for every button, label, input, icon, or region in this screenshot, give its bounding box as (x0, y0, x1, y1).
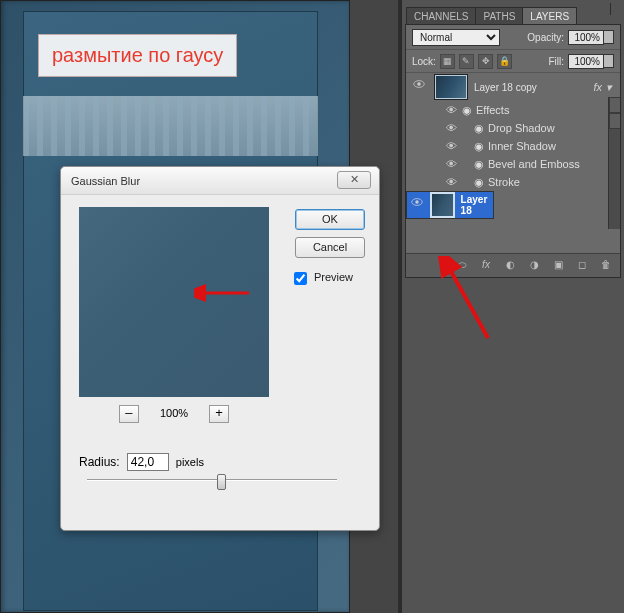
radius-slider[interactable] (87, 479, 337, 481)
slider-thumb[interactable] (217, 474, 226, 490)
effect-inner-shadow[interactable]: Inner Shadow (488, 140, 556, 152)
effect-bullet-icon: ◉ (474, 176, 484, 189)
layer-name[interactable]: Layer 18 (461, 194, 489, 216)
panel-tabs: CHANNELS PATHS LAYERS (402, 0, 624, 24)
scrollbar-vertical[interactable] (608, 97, 620, 229)
effect-bullet-icon: ◉ (474, 158, 484, 171)
visibility-toggle[interactable] (410, 78, 428, 96)
eye-icon[interactable]: 👁 (444, 140, 458, 152)
opacity-input[interactable] (568, 30, 604, 45)
layer-item-layer18[interactable]: Layer 18 (406, 191, 494, 219)
tab-layers[interactable]: LAYERS (522, 7, 577, 24)
blend-mode-select[interactable]: Normal (412, 29, 500, 46)
opacity-label: Opacity: (527, 32, 564, 43)
panels-dock: CHANNELS PATHS LAYERS Normal Opacity: Lo… (401, 0, 624, 613)
preview-checkbox-label[interactable]: Preview (294, 271, 353, 285)
svg-point-4 (416, 200, 419, 203)
zoom-controls: – 100% + (79, 405, 269, 423)
preview-checkbox[interactable] (294, 272, 307, 285)
radius-label: Radius: (79, 455, 120, 469)
lock-transparent-icon[interactable]: ▦ (440, 54, 455, 69)
chevron-down-icon[interactable]: ▾ (606, 81, 612, 94)
fill-label: Fill: (548, 56, 564, 67)
fill-input[interactable] (568, 54, 604, 69)
effects-label[interactable]: Effects (476, 104, 509, 116)
layer-item-layer18copy[interactable]: Layer 18 copy fx▾ (406, 73, 620, 101)
fx-icon[interactable]: fx (478, 259, 494, 273)
zoom-out-button[interactable]: – (119, 405, 139, 423)
effect-bullet-icon: ◉ (474, 122, 484, 135)
link-icon[interactable]: ⬭ (454, 259, 470, 273)
lock-label: Lock: (412, 56, 436, 67)
group-icon[interactable]: ▣ (550, 259, 566, 273)
zoom-level: 100% (160, 407, 188, 419)
ok-button[interactable]: OK (295, 209, 365, 230)
lock-all-icon[interactable]: 🔒 (497, 54, 512, 69)
adjust-icon[interactable]: ◑ (526, 259, 542, 273)
lock-fill-row: Lock: ▦ ✎ ✥ 🔒 Fill: (406, 49, 620, 73)
effect-bevel-emboss[interactable]: Bevel and Emboss (488, 158, 580, 170)
tab-channels[interactable]: CHANNELS (406, 7, 476, 24)
lock-pixels-icon[interactable]: ✎ (459, 54, 474, 69)
trash-icon[interactable]: 🗑 (598, 259, 614, 273)
layer-thumbnail[interactable] (430, 192, 455, 218)
dialog-titlebar[interactable]: Gaussian Blur ✕ (61, 167, 379, 195)
layers-panel-footer: ⬭ fx ◐ ◑ ▣ ◻ 🗑 (406, 253, 620, 277)
blend-opacity-row: Normal Opacity: (406, 25, 620, 49)
lock-position-icon[interactable]: ✥ (478, 54, 493, 69)
effects-bullet-icon: ◉ (462, 104, 472, 117)
new-icon[interactable]: ◻ (574, 259, 590, 273)
effect-stroke[interactable]: Stroke (488, 176, 520, 188)
panel-menu-icon[interactable] (610, 3, 624, 15)
eye-icon (411, 196, 423, 208)
slider-track (87, 479, 337, 481)
visibility-toggle[interactable] (411, 196, 424, 214)
layer-thumbnail[interactable] (434, 74, 468, 100)
image-lace-decoration (23, 96, 318, 156)
annotation-callout: размытие по гаусу (38, 34, 237, 77)
effect-bullet-icon: ◉ (474, 140, 484, 153)
effects-group: 👁◉Effects 👁◉Drop Shadow 👁◉Inner Shadow 👁… (406, 101, 620, 191)
mask-icon[interactable]: ◐ (502, 259, 518, 273)
close-icon: ✕ (350, 173, 359, 185)
eye-icon (413, 78, 425, 90)
layer-list: Layer 18 copy fx▾ 👁◉Effects 👁◉Drop Shado… (406, 73, 620, 253)
opacity-flyout-icon[interactable] (604, 30, 614, 44)
tab-paths[interactable]: PATHS (475, 7, 523, 24)
eye-icon[interactable]: 👁 (444, 122, 458, 134)
preview-label-text: Preview (314, 271, 353, 283)
effect-drop-shadow[interactable]: Drop Shadow (488, 122, 555, 134)
eye-icon[interactable]: 👁 (444, 158, 458, 170)
fill-flyout-icon[interactable] (604, 54, 614, 68)
gaussian-blur-dialog: Gaussian Blur ✕ OK Cancel Preview – 100%… (60, 166, 380, 531)
svg-point-2 (417, 82, 420, 85)
eye-icon[interactable]: 👁 (444, 104, 458, 116)
radius-row: Radius: pixels (79, 453, 204, 471)
radius-input[interactable] (127, 453, 169, 471)
cancel-button[interactable]: Cancel (295, 237, 365, 258)
layers-panel: Normal Opacity: Lock: ▦ ✎ ✥ 🔒 Fill: (405, 24, 621, 278)
fx-icon[interactable]: fx (593, 81, 602, 93)
layer-name[interactable]: Layer 18 copy (474, 82, 537, 93)
dialog-title: Gaussian Blur (71, 175, 140, 187)
dialog-close-button[interactable]: ✕ (337, 171, 371, 189)
eye-icon[interactable]: 👁 (444, 176, 458, 188)
blur-preview[interactable] (79, 207, 269, 397)
radius-unit: pixels (176, 456, 204, 468)
zoom-in-button[interactable]: + (209, 405, 229, 423)
